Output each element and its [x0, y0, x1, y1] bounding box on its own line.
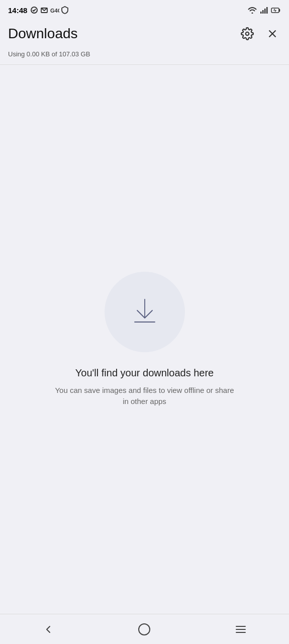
empty-state-illustration [105, 272, 185, 352]
close-icon [266, 27, 279, 40]
menu-icon [235, 623, 247, 635]
svg-rect-5 [264, 9, 266, 14]
empty-state-title: You'll find your downloads here [75, 367, 214, 379]
status-time: 14:48 [8, 6, 27, 15]
signal-icon [260, 7, 268, 14]
status-bar-left: 14:48 G4G [8, 6, 68, 15]
header-actions [239, 25, 281, 42]
battery-icon [271, 7, 281, 14]
shield-icon [61, 6, 68, 14]
storage-info: Using 0.00 KB of 107.03 GB [0, 47, 289, 65]
header: Downloads [0, 20, 289, 47]
svg-rect-4 [262, 10, 264, 14]
settings-button[interactable] [239, 25, 256, 42]
main-content: You'll find your downloads here You can … [0, 65, 289, 614]
close-button[interactable] [264, 25, 281, 42]
back-button[interactable] [32, 619, 64, 639]
page-title: Downloads [8, 26, 78, 42]
empty-state-subtitle: You can save images and files to view of… [54, 385, 235, 408]
download-icon [127, 294, 162, 330]
svg-rect-3 [260, 12, 262, 14]
svg-text:G4G: G4G [50, 8, 59, 14]
data-icon: G4G [50, 6, 59, 14]
gear-icon [241, 27, 254, 40]
storage-text: Using 0.00 KB of 107.03 GB [8, 50, 90, 58]
home-button[interactable] [128, 619, 160, 639]
back-icon [42, 623, 54, 635]
wifi-icon [248, 7, 257, 14]
status-bar: 14:48 G4G [0, 0, 289, 20]
svg-point-8 [246, 32, 249, 36]
status-bar-right [248, 7, 281, 14]
svg-rect-6 [266, 7, 268, 14]
bottom-nav [0, 614, 289, 644]
email-icon [40, 6, 48, 14]
menu-button[interactable] [225, 619, 257, 639]
home-icon [138, 623, 150, 635]
status-icons-left: G4G [30, 6, 68, 14]
check-icon [30, 6, 38, 14]
